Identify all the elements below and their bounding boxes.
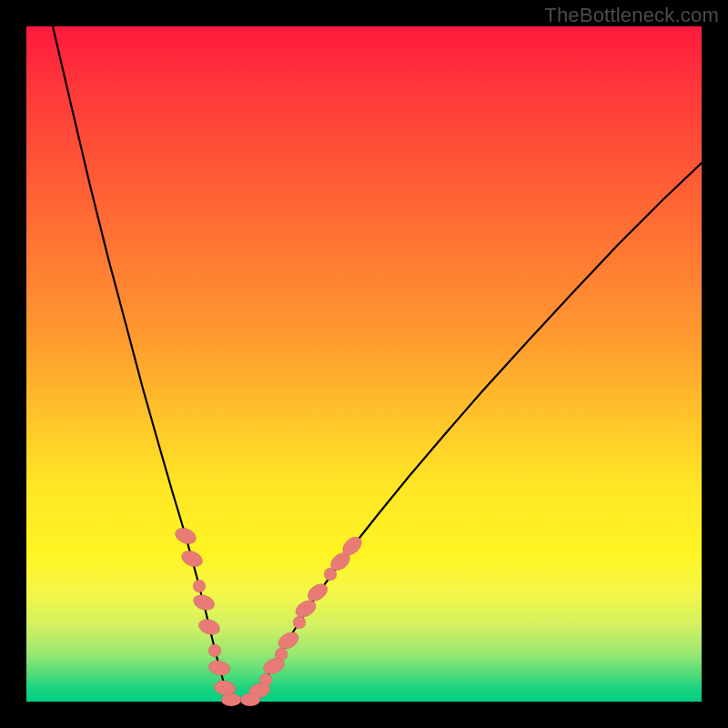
- chart-frame: TheBottleneck.com: [0, 0, 728, 728]
- beads-group: [173, 525, 365, 706]
- bead-right-0: [293, 616, 306, 629]
- bead-bottom-1: [240, 693, 260, 706]
- bead-bottom-0: [221, 693, 241, 706]
- bead-left-6: [207, 659, 232, 678]
- watermark-text: TheBottleneck.com: [544, 4, 719, 27]
- bead-left-4: [197, 617, 221, 637]
- bead-left-0: [173, 525, 198, 547]
- curve-right-branch: [250, 163, 702, 702]
- bead-left-5: [208, 644, 221, 657]
- plot-area: [26, 26, 702, 702]
- bead-left-2: [193, 580, 206, 592]
- curve-svg: [26, 26, 702, 702]
- bead-left-3: [191, 592, 217, 613]
- bead-left-1: [179, 548, 205, 570]
